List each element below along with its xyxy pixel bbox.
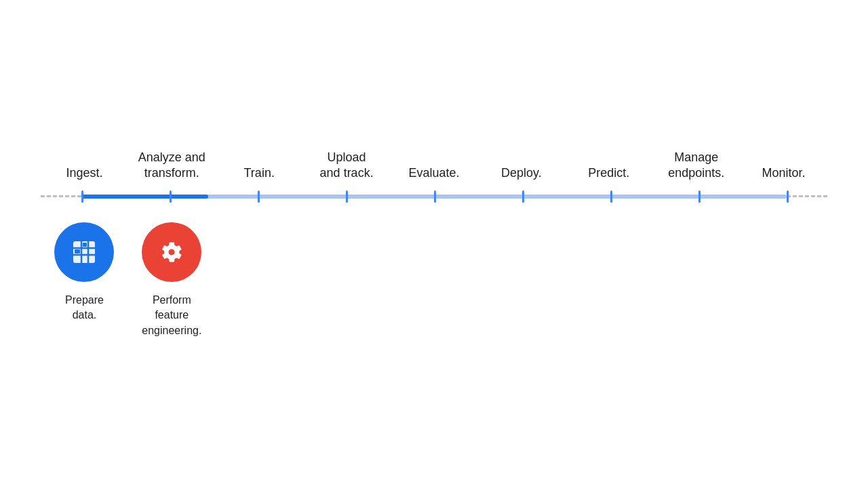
icon-item-prepare-data[interactable]: Preparedata. [41,222,128,338]
solid-track [81,195,787,199]
icon-item-evaluate [391,222,478,338]
timeline-track [41,190,827,203]
label-train: Train. [216,165,303,181]
icon-circle-feature-engineering [142,222,201,282]
svg-rect-6 [83,243,87,247]
icons-row: Preparedata. Performfeatureengineering. [41,222,827,338]
icon-item-manage [652,222,740,338]
tick-7 [698,190,701,203]
tick-5 [522,190,524,203]
label-upload: Upload and track. [303,150,391,182]
main-container: Ingest. Analyze and transform. Train. Up… [0,0,868,488]
dashed-line-left [41,195,81,197]
label-evaluate: Evaluate. [391,165,478,181]
grid-icon [69,237,99,267]
svg-rect-5 [75,249,80,253]
tick-2 [258,190,260,203]
label-analyze: Analyze and transform. [128,150,216,182]
label-predict: Predict. [565,165,652,181]
gear-icon [157,237,186,267]
dashed-line-right [787,195,827,197]
icon-circle-prepare-data [54,222,114,282]
icon-item-predict [565,222,652,338]
icon-item-deploy [477,222,565,338]
icon-item-monitor [740,222,827,338]
icon-item-feature-engineering[interactable]: Performfeatureengineering. [128,222,216,338]
label-manage: Manage endpoints. [652,150,740,182]
track-progress-fill [81,195,208,199]
timeline-labels: Ingest. Analyze and transform. Train. Up… [41,150,827,182]
icon-item-train [216,222,303,338]
tick-4 [434,190,436,203]
label-monitor: Monitor. [740,165,827,181]
tick-8 [787,190,789,203]
icon-item-upload [303,222,391,338]
label-ingest: Ingest. [41,165,128,181]
tick-1 [170,190,172,203]
tick-6 [610,190,612,203]
icon-label-prepare-data: Preparedata. [65,293,104,323]
label-deploy: Deploy. [477,165,565,181]
tick-3 [346,190,348,203]
icon-label-feature-engineering: Performfeatureengineering. [142,293,201,338]
tick-0 [81,190,83,203]
svg-point-7 [169,249,175,255]
